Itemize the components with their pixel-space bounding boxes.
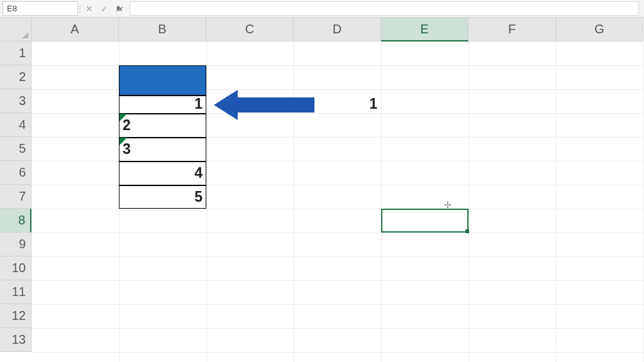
column-header[interactable]: G bbox=[556, 18, 643, 41]
error-indicator-icon[interactable] bbox=[119, 138, 127, 145]
error-indicator-icon[interactable] bbox=[119, 114, 127, 121]
row-header[interactable]: 13 bbox=[0, 328, 31, 352]
cells-grid[interactable]: 1 2 3 4 5 1 ✢ bbox=[31, 41, 644, 362]
row-header[interactable]: 3 bbox=[0, 89, 31, 113]
row-header[interactable]: 10 bbox=[0, 256, 31, 280]
column-header[interactable]: E bbox=[381, 18, 469, 41]
cell-b5[interactable]: 3 bbox=[119, 137, 206, 161]
row-header[interactable]: 11 bbox=[0, 280, 31, 304]
column-header[interactable]: C bbox=[206, 18, 294, 41]
row-header[interactable]: 1 bbox=[0, 41, 31, 65]
row-headers: 12345678910111213 bbox=[0, 41, 31, 352]
filled-cell-b2[interactable] bbox=[119, 65, 206, 95]
column-header[interactable]: A bbox=[31, 18, 119, 41]
name-box[interactable]: ▾ bbox=[3, 1, 78, 16]
row-header[interactable]: 7 bbox=[0, 185, 31, 209]
row-header[interactable]: 6 bbox=[0, 161, 31, 185]
cell-b7[interactable]: 5 bbox=[119, 185, 206, 209]
cell-b3[interactable]: 1 bbox=[119, 95, 206, 113]
row-header[interactable]: 2 bbox=[0, 65, 31, 89]
spreadsheet-area: ABCDEFG 12345678910111213 1 2 3 4 5 1 ✢ bbox=[0, 18, 644, 362]
selected-cell[interactable] bbox=[381, 209, 469, 233]
cancel-icon[interactable]: ✕ bbox=[82, 0, 97, 17]
cell-b4[interactable]: 2 bbox=[119, 113, 206, 137]
row-header[interactable]: 9 bbox=[0, 233, 31, 256]
column-header[interactable]: F bbox=[469, 18, 556, 41]
enter-icon[interactable]: ✓ bbox=[97, 0, 112, 17]
column-header[interactable]: D bbox=[294, 18, 381, 41]
column-header[interactable]: B bbox=[119, 18, 206, 41]
arrow-shape[interactable] bbox=[214, 90, 314, 120]
select-all-corner[interactable] bbox=[0, 18, 31, 41]
row-header[interactable]: 8 bbox=[0, 209, 31, 233]
fx-icon[interactable]: fx bbox=[112, 0, 127, 17]
row-header[interactable]: 12 bbox=[0, 304, 31, 328]
cell-b6[interactable]: 4 bbox=[119, 161, 206, 185]
row-header[interactable]: 4 bbox=[0, 113, 31, 137]
formula-bar: ▾ ⋮ ✕ ✓ fx bbox=[0, 0, 644, 18]
formula-input[interactable] bbox=[130, 1, 639, 16]
row-header[interactable]: 5 bbox=[0, 137, 31, 161]
column-headers: ABCDEFG bbox=[31, 18, 643, 41]
